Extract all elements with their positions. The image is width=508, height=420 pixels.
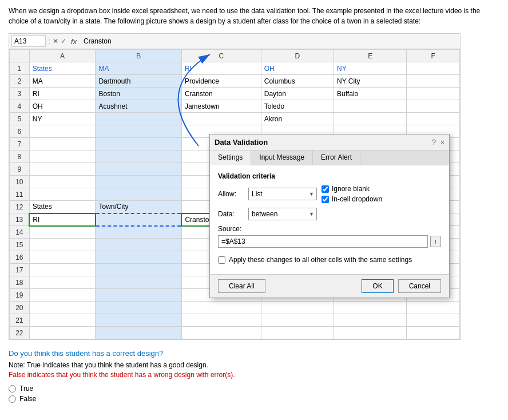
cell-b7[interactable]	[96, 138, 181, 150]
cell-a20[interactable]	[29, 302, 96, 314]
cell-a21[interactable]	[29, 314, 96, 327]
ok-button[interactable]: OK	[362, 279, 393, 293]
cell-e2[interactable]: NY City	[334, 75, 407, 88]
cell-e4[interactable]	[334, 100, 407, 113]
cell-a17[interactable]	[29, 264, 96, 276]
cell-d2[interactable]: Columbus	[261, 75, 334, 88]
col-header-b[interactable]: B	[96, 50, 181, 62]
cell-e5[interactable]	[334, 113, 407, 125]
cell-d22[interactable]	[261, 327, 334, 339]
cell-a13[interactable]: RI	[29, 213, 96, 226]
cell-a4[interactable]: OH	[29, 100, 96, 113]
cell-b4[interactable]: Acushnet	[96, 100, 181, 113]
cell-f1[interactable]	[407, 62, 460, 75]
cell-a11[interactable]	[29, 188, 96, 201]
cell-f4[interactable]	[407, 100, 460, 113]
cell-f2[interactable]	[407, 75, 460, 88]
source-ref-button[interactable]: ↑	[430, 236, 442, 247]
cell-a7[interactable]	[29, 138, 96, 150]
cell-d5[interactable]: Akron	[261, 113, 334, 125]
clear-all-button[interactable]: Clear All	[218, 279, 265, 293]
cell-c5[interactable]	[181, 113, 261, 125]
cell-b15[interactable]	[96, 239, 181, 251]
cell-a3[interactable]: RI	[29, 88, 96, 100]
cell-b20[interactable]	[96, 302, 181, 314]
cell-d1[interactable]: OH	[261, 62, 334, 75]
cancel-formula-icon[interactable]: ✕	[53, 37, 58, 45]
cell-f21[interactable]	[407, 314, 460, 327]
cell-b21[interactable]	[96, 314, 181, 327]
col-header-e[interactable]: E	[334, 50, 407, 62]
cell-f5[interactable]	[407, 113, 460, 125]
in-cell-dropdown-checkbox[interactable]	[322, 196, 329, 203]
cell-e1[interactable]: NY	[334, 62, 407, 75]
cell-b17[interactable]	[96, 264, 181, 276]
cell-reference-box[interactable]: A13	[11, 35, 46, 47]
cell-b16[interactable]	[96, 251, 181, 264]
cell-a9[interactable]	[29, 163, 96, 176]
cell-b6[interactable]	[96, 125, 181, 138]
source-input[interactable]	[218, 235, 428, 248]
col-header-d[interactable]: D	[261, 50, 334, 62]
data-select[interactable]: between	[248, 208, 317, 220]
cell-f22[interactable]	[407, 327, 460, 339]
cell-e22[interactable]	[334, 327, 407, 339]
cell-b8[interactable]	[96, 150, 181, 163]
cell-c3[interactable]: Cranston	[181, 88, 261, 100]
cell-d3[interactable]: Dayton	[261, 88, 334, 100]
cell-b22[interactable]	[96, 327, 181, 339]
cell-a6[interactable]	[29, 125, 96, 138]
cancel-button[interactable]: Cancel	[398, 279, 441, 293]
tab-input-message[interactable]: Input Message	[251, 150, 313, 165]
cell-b3[interactable]: Boston	[96, 88, 181, 100]
cell-a15[interactable]	[29, 239, 96, 251]
cell-a1[interactable]: States	[29, 62, 96, 75]
radio-false[interactable]	[9, 395, 16, 403]
cell-a5[interactable]: NY	[29, 113, 96, 125]
cell-b14[interactable]	[96, 226, 181, 239]
cell-a16[interactable]	[29, 251, 96, 264]
cell-a18[interactable]	[29, 276, 96, 289]
cell-b2[interactable]: Dartmouth	[96, 75, 181, 88]
apply-changes-checkbox[interactable]	[218, 256, 225, 264]
tab-settings[interactable]: Settings	[210, 150, 251, 165]
formula-input[interactable]: Cranston	[81, 36, 458, 46]
radio-true[interactable]	[9, 385, 16, 393]
cell-b10[interactable]	[96, 176, 181, 188]
cell-d4[interactable]: Toledo	[261, 100, 334, 113]
cell-e3[interactable]: Buffalo	[334, 88, 407, 100]
cell-f20[interactable]	[407, 302, 460, 314]
cell-a14[interactable]	[29, 226, 96, 239]
cell-e20[interactable]	[334, 302, 407, 314]
cell-c1[interactable]: RI	[181, 62, 261, 75]
tab-error-alert[interactable]: Error Alert	[313, 150, 360, 165]
ignore-blank-checkbox[interactable]	[322, 185, 329, 193]
cell-b5[interactable]	[96, 113, 181, 125]
cell-a10[interactable]	[29, 176, 96, 188]
col-header-c[interactable]: C	[181, 50, 261, 62]
cell-c22[interactable]	[181, 327, 261, 339]
cell-a19[interactable]	[29, 289, 96, 302]
cell-b13[interactable]	[96, 213, 181, 226]
cell-f3[interactable]	[407, 88, 460, 100]
cell-a2[interactable]: MA	[29, 75, 96, 88]
confirm-formula-icon[interactable]: ✓	[61, 37, 66, 45]
cell-b11[interactable]	[96, 188, 181, 201]
cell-d21[interactable]	[261, 314, 334, 327]
cell-b9[interactable]	[96, 163, 181, 176]
cell-e21[interactable]	[334, 314, 407, 327]
cell-c4[interactable]: Jamestown	[181, 100, 261, 113]
col-header-f[interactable]: F	[407, 50, 460, 62]
col-header-a[interactable]: A	[29, 50, 96, 62]
cell-c21[interactable]	[181, 314, 261, 327]
cell-b18[interactable]	[96, 276, 181, 289]
dialog-close-button[interactable]: ×	[440, 138, 445, 146]
cell-a8[interactable]	[29, 150, 96, 163]
cell-b1[interactable]: MA	[96, 62, 181, 75]
cell-a12[interactable]: States	[29, 201, 96, 213]
cell-b19[interactable]	[96, 289, 181, 302]
cell-c20[interactable]	[181, 302, 261, 314]
dialog-help-button[interactable]: ?	[432, 138, 436, 146]
cell-b12[interactable]: Town/City	[96, 201, 181, 213]
allow-select[interactable]: List	[248, 188, 317, 200]
